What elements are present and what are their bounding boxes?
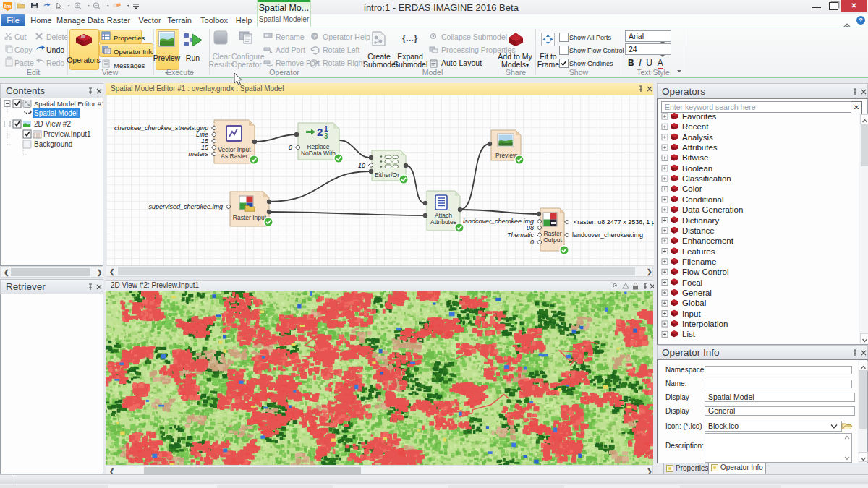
svg-text:Distance: Distance <box>682 226 715 235</box>
svg-text:NoData With: NoData With <box>301 150 336 157</box>
svg-text:Flow Control: Flow Control <box>682 267 729 276</box>
svg-text:Enhancement: Enhancement <box>682 236 734 245</box>
svg-text:Data Generation: Data Generation <box>682 205 743 214</box>
svg-text:Color: Color <box>682 184 702 193</box>
svg-text:0: 0 <box>289 144 292 151</box>
svg-text:Spatial Model Editor #1: Spatial Model Editor #1 <box>34 100 103 108</box>
svg-text:u8: u8 <box>527 224 534 231</box>
svg-text:landcover_cherokee.img: landcover_cherokee.img <box>572 231 643 239</box>
svg-text:Boolean: Boolean <box>682 164 712 173</box>
svg-text:Preview.Input1: Preview.Input1 <box>43 130 91 138</box>
svg-text:Spatial Model: Spatial Model <box>34 109 78 117</box>
svg-text:Recent: Recent <box>682 122 709 131</box>
svg-text:Filename: Filename <box>682 257 716 266</box>
svg-text:2D View #2: 2D View #2 <box>34 120 71 128</box>
svg-text:Input: Input <box>682 309 701 318</box>
svg-text:Thematic: Thematic <box>507 231 535 239</box>
svg-text:2: 2 <box>317 126 323 138</box>
svg-text:Analysis: Analysis <box>682 133 713 142</box>
svg-text:Features: Features <box>682 247 715 256</box>
svg-text:Output: Output <box>543 236 562 244</box>
svg-text:landcover_cherokee.img: landcover_cherokee.img <box>463 218 534 225</box>
svg-text:Background: Background <box>34 140 72 148</box>
svg-text:Focal: Focal <box>682 278 702 287</box>
svg-text:cherokee_cherokee_streets.gwp: cherokee_cherokee_streets.gwp <box>114 124 208 132</box>
svg-text:Interpolation: Interpolation <box>682 320 728 328</box>
svg-text:supervised_cherokee.img: supervised_cherokee.img <box>148 203 223 210</box>
svg-text:meters: meters <box>188 150 208 158</box>
svg-text:Conditional: Conditional <box>682 195 724 204</box>
svg-text:Dictionary: Dictionary <box>682 216 719 225</box>
svg-text:?: ? <box>313 33 317 40</box>
svg-text:Global: Global <box>682 299 706 307</box>
svg-text:Classification: Classification <box>682 174 731 183</box>
svg-text:Raster Input: Raster Input <box>233 214 267 221</box>
svg-text:Attributes: Attributes <box>430 218 456 226</box>
svg-text:Bitwise: Bitwise <box>682 153 708 162</box>
svg-text:General: General <box>682 288 712 297</box>
svg-text:<raster: u8 2477 x 2536, 1 pl:: <raster: u8 2477 x 2536, 1 pl: <box>574 218 654 226</box>
svg-text:Either/Or: Either/Or <box>375 171 399 179</box>
svg-text:List: List <box>682 330 696 338</box>
svg-text:Favorites: Favorites <box>682 112 717 121</box>
svg-text:0: 0 <box>530 239 534 246</box>
svg-text:3: 3 <box>324 132 328 140</box>
svg-text:10: 10 <box>358 162 365 169</box>
svg-text:Im: Im <box>4 3 11 9</box>
svg-text:As Raster: As Raster <box>221 153 247 160</box>
svg-text:Preview: Preview <box>495 152 518 159</box>
svg-text:{...}: {...} <box>402 33 417 43</box>
svg-text:Attributes: Attributes <box>682 143 718 152</box>
